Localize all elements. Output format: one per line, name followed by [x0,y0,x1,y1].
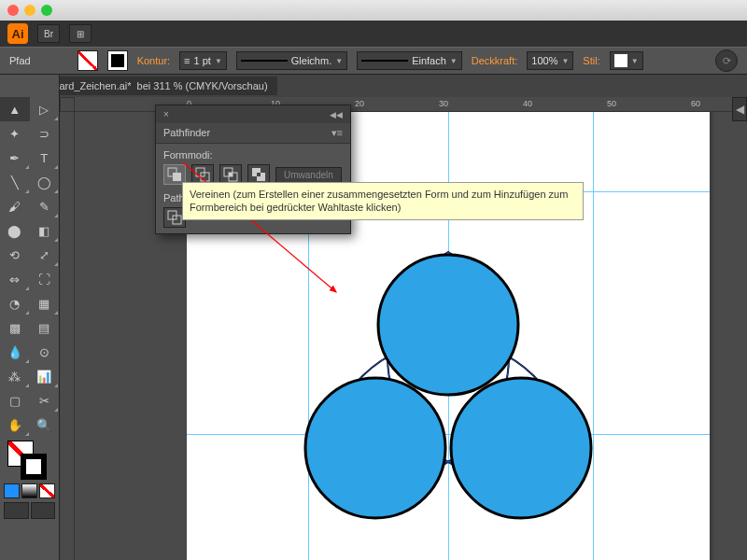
panel-title[interactable]: Pathfinder [163,127,210,139]
pencil-tool[interactable]: ✎ [30,194,60,218]
paintbrush-tool[interactable]: 🖌 [0,194,30,218]
stroke-weight-dropdown[interactable]: ≡1 pt▼ [179,51,227,70]
brush-profile-dropdown[interactable]: Einfach▼ [357,51,462,70]
free-transform-tool[interactable]: ⛶ [30,267,60,291]
screen-mode-row [0,498,59,523]
opacity-label: Deckkraft: [472,55,518,66]
svg-point-1 [305,378,445,518]
stroke-color-icon[interactable] [21,454,47,480]
bridge-button[interactable]: Br [37,24,60,43]
shape-builder-tool[interactable]: ◔ [0,291,30,315]
fill-swatch[interactable] [78,50,98,71]
document-tabbar: × Biohazard_Zeichen.ai* bei 311 % (CMYK/… [0,75,747,97]
graph-tool[interactable]: 📊 [30,364,60,388]
color-mode-gradient[interactable] [21,483,37,498]
arrange-docs-button[interactable]: ⊞ [69,24,92,43]
blend-tool[interactable]: ⊙ [30,340,60,364]
style-label: Stil: [583,55,599,66]
app-logo-icon: Ai [7,23,28,44]
minimize-window-button[interactable] [24,5,35,16]
sync-icon[interactable]: ⟳ [715,49,738,72]
control-bar: Pfad Kontur: ≡1 pt▼ Gleichm.▼ Einfach▼ D… [0,47,747,75]
gradient-tool[interactable]: ▤ [30,315,60,340]
width-tool[interactable]: ⇔ [0,267,30,291]
line-tool[interactable]: ╲ [0,170,30,194]
selection-tool[interactable]: ▲ [0,97,30,121]
direct-selection-tool[interactable]: ▷ [30,97,60,121]
stroke-label: Kontur: [137,55,170,66]
unite-tooltip: Vereinen (zum Erstellen einer zusammenge… [182,182,584,220]
pen-tool[interactable]: ✒ [0,146,30,170]
opacity-dropdown[interactable]: 100%▼ [527,51,573,70]
symbol-sprayer-tool[interactable]: ⁂ [0,364,30,388]
hand-tool[interactable]: ✋ [0,413,30,437]
perspective-tool[interactable]: ▦ [30,291,60,315]
zoom-tool[interactable]: 🔍 [30,413,60,437]
panel-dock-toggle[interactable]: ◀ [732,97,747,121]
annotation-arrow [177,157,345,301]
panel-close-icon[interactable]: × [163,109,169,119]
screen-mode-full[interactable] [31,502,56,519]
color-mode-solid[interactable] [4,483,20,498]
magic-wand-tool[interactable]: ✦ [0,121,30,146]
color-mode-row [0,483,59,498]
close-window-button[interactable] [7,5,19,16]
rectangle-tool[interactable]: ◯ [30,170,60,194]
app-menubar: Ai Br ⊞ [0,21,747,47]
ruler-origin[interactable] [60,97,75,112]
svg-point-0 [378,255,518,395]
window-titlebar [0,0,747,21]
tools-panel: ▲▷ ✦⊃ ✒T ╲◯ 🖌✎ ⬤◧ ⟲⤢ ⇔⛶ ◔▦ ▩▤ 💧⊙ ⁂📊 ▢✂ ✋… [0,75,60,560]
type-tool[interactable]: T [30,146,60,170]
color-mode-none[interactable] [39,483,55,498]
panel-collapse-icon[interactable]: ◀◀ [330,110,343,119]
scale-tool[interactable]: ⤢ [30,243,60,267]
blob-brush-tool[interactable]: ⬤ [0,218,30,243]
tab-zoom: bei 311 % (CMYK/Vorschau) [137,80,268,91]
stroke-swatch[interactable] [107,50,128,71]
screen-mode-normal[interactable] [4,502,29,519]
panel-menu-icon[interactable]: ▾≡ [331,127,343,139]
fill-stroke-control[interactable] [0,437,59,483]
maximize-window-button[interactable] [41,5,52,16]
ruler-vertical[interactable] [60,112,75,560]
style-dropdown[interactable]: ▼ [610,51,643,70]
slice-tool[interactable]: ✂ [30,388,60,413]
rotate-tool[interactable]: ⟲ [0,243,30,267]
eraser-tool[interactable]: ◧ [30,218,60,243]
variable-width-dropdown[interactable]: Gleichm.▼ [236,51,347,70]
mesh-tool[interactable]: ▩ [0,315,30,340]
lasso-tool[interactable]: ⊃ [30,121,60,146]
artboard-tool[interactable]: ▢ [0,388,30,413]
eyedropper-tool[interactable]: 💧 [0,340,30,364]
selection-type-label: Pfad [9,55,31,66]
svg-point-2 [451,378,591,518]
